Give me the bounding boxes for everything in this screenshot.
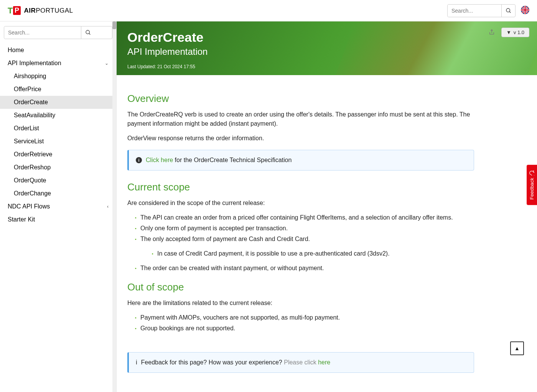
overview-heading: Overview <box>127 91 474 106</box>
top-header: TP AIRPORTUGAL <box>0 0 537 21</box>
scope-heading: Current scope <box>127 180 474 195</box>
page-title: OrderCreate <box>127 30 526 45</box>
feedback-text: Feedback for this page? How was your exp… <box>141 359 284 366</box>
nav-label: NDC API Flows <box>8 203 50 210</box>
top-search-input[interactable] <box>448 5 501 17</box>
brand-logo[interactable]: TP AIRPORTUGAL <box>8 6 73 16</box>
sidebar-search <box>4 26 112 39</box>
nav-label: OrderReshop <box>14 164 51 171</box>
page-subtitle: API Implementation <box>127 46 526 57</box>
nav-label: Home <box>8 47 24 54</box>
feedback-link[interactable]: here <box>318 359 330 366</box>
feedback-tab[interactable]: Feedback <box>527 165 537 205</box>
list-item: In case of Credit Card payment, it is po… <box>152 249 474 258</box>
overview-text-2: OrderView response returns the order inf… <box>127 134 474 143</box>
nav-label: OrderQuote <box>14 177 46 184</box>
list-item: Only one form of payment is accepted per… <box>135 224 474 233</box>
svg-point-0 <box>506 8 510 12</box>
spec-link[interactable]: Click here <box>146 157 173 163</box>
nav-item-home[interactable]: Home <box>0 44 116 57</box>
chevron-left-icon: ‹ <box>107 204 109 209</box>
version-selector[interactable]: ▼ v 1.0 <box>501 28 529 37</box>
feedback-tab-label: Feedback <box>529 178 535 200</box>
nav-item-orderreshop[interactable]: OrderReshop <box>0 161 116 174</box>
callout-text: for the OrderCreate Technical Specificat… <box>173 157 292 163</box>
nested-list: In case of Credit Card payment, it is po… <box>144 249 474 258</box>
logo-air: AIR <box>24 7 36 14</box>
nav-label: Starter Kit <box>8 216 35 223</box>
top-search-button[interactable] <box>501 5 515 17</box>
nav-label: Airshopping <box>14 73 46 80</box>
chevron-down-icon: ▼ <box>506 30 511 35</box>
outscope-intro: Here are the limitations related to the … <box>127 299 474 308</box>
search-icon <box>506 8 512 14</box>
share-icon[interactable] <box>489 29 495 37</box>
triangle-up-icon: ▲ <box>514 345 520 351</box>
nav-label: ServiceList <box>14 138 44 145</box>
sidebar-search-button[interactable] <box>81 26 95 39</box>
top-search <box>447 4 516 17</box>
feedback-callout: i Feedback for this page? How was your e… <box>127 352 474 373</box>
info-icon: i <box>136 358 137 367</box>
logo-portugal: PORTUGAL <box>36 7 73 14</box>
list-item: The API can create an order from a price… <box>135 213 474 222</box>
version-label: v 1.0 <box>514 30 524 35</box>
search-icon <box>85 30 91 36</box>
scope-list: The API can create an order from a price… <box>127 213 474 273</box>
sidebar-search-input[interactable] <box>4 26 81 39</box>
list-item: Group bookings are not supported. <box>135 324 474 333</box>
top-right <box>447 4 529 17</box>
page-hero: OrderCreate API Implementation Last Upda… <box>117 21 537 75</box>
nav-label: API Implementation <box>8 60 61 67</box>
scope-intro: Are considered in the scope of the curre… <box>127 198 474 208</box>
language-flag-uk[interactable] <box>521 6 529 16</box>
nav-label: OrderRetrieve <box>14 151 52 158</box>
nav-label: SeatAvailability <box>14 112 55 119</box>
feedback-please: Please click <box>284 359 318 366</box>
list-item: Payment with AMOPs, vouchers are not sup… <box>135 313 474 322</box>
spec-callout: i Click here for the OrderCreate Technic… <box>127 150 474 171</box>
chat-icon <box>529 170 535 175</box>
overview-text-1: The OrderCreateRQ verb is used to create… <box>127 110 474 128</box>
nav-item-api-implementation[interactable]: API Implementation⌄ <box>0 57 116 70</box>
nav-item-orderretrieve[interactable]: OrderRetrieve <box>0 148 116 161</box>
nav-item-ndc-api-flows[interactable]: NDC API Flows‹ <box>0 200 116 213</box>
info-icon: i <box>136 157 142 163</box>
svg-line-1 <box>509 11 511 13</box>
chevron-down-icon: ⌄ <box>105 61 109 66</box>
nav-label: OfferPrice <box>14 86 41 93</box>
sidebar: HomeAPI Implementation⌄AirshoppingOfferP… <box>0 21 117 392</box>
nav-item-seatavailability[interactable]: SeatAvailability <box>0 109 116 122</box>
nav-label: OrderList <box>14 125 39 132</box>
svg-point-4 <box>86 30 89 34</box>
nav-item-ordercreate[interactable]: OrderCreate <box>0 96 116 109</box>
nav-label: OrderCreate <box>14 99 48 106</box>
svg-line-5 <box>89 33 90 34</box>
nav-item-airshopping[interactable]: Airshopping <box>0 70 116 83</box>
outscope-list: Payment with AMOPs, vouchers are not sup… <box>127 313 474 333</box>
outscope-heading: Out of scope <box>127 280 474 295</box>
nav-item-starter-kit[interactable]: Starter Kit <box>0 213 116 226</box>
nav-item-orderchange[interactable]: OrderChange <box>0 187 116 200</box>
nav-item-servicelist[interactable]: ServiceList <box>0 135 116 148</box>
nav-item-offerprice[interactable]: OfferPrice <box>0 83 116 96</box>
sidebar-scrollbar[interactable] <box>112 21 116 392</box>
scroll-to-top-button[interactable]: ▲ <box>510 341 524 355</box>
last-updated: Last Updated: 21 Oct 2024 17:55 <box>127 64 526 69</box>
nav-item-orderquote[interactable]: OrderQuote <box>0 174 116 187</box>
list-item: The only accepted form of payment are Ca… <box>135 235 474 244</box>
main-content: OrderCreate API Implementation Last Upda… <box>117 21 537 392</box>
nav-item-orderlist[interactable]: OrderList <box>0 122 116 135</box>
nav-label: OrderChange <box>14 190 51 197</box>
list-item: The order can be created with instant pa… <box>135 264 474 273</box>
